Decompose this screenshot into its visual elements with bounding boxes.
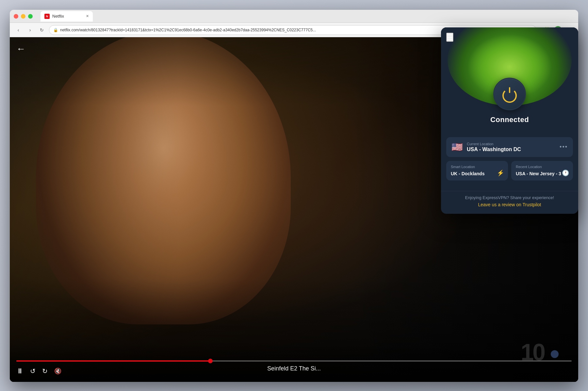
- volume-button[interactable]: 🔇: [54, 368, 61, 375]
- vpn-body: 🇺🇸 Current Location USA - Washington DC …: [441, 132, 578, 191]
- recent-location-card[interactable]: Recent Location USA - New Jersey - 3 🕐: [511, 161, 573, 180]
- vpn-status-text: Connected: [490, 116, 529, 124]
- lightning-icon: ⚡: [497, 169, 504, 177]
- play-pause-button[interactable]: ⏸: [16, 367, 24, 375]
- vpn-power-button[interactable]: [493, 78, 526, 110]
- video-title-text: Seinfeld E2 The Si...: [267, 365, 321, 372]
- progress-bar[interactable]: [16, 360, 572, 362]
- netflix-back-button[interactable]: ←: [16, 44, 25, 54]
- tab-close-button[interactable]: ✕: [86, 14, 89, 18]
- back-arrow-icon: ‹: [18, 27, 19, 33]
- vpn-footer: Enjoying ExpressVPN? Share your experien…: [441, 191, 578, 214]
- us-flag-icon: 🇺🇸: [451, 142, 463, 152]
- back-nav-button[interactable]: ‹: [14, 25, 23, 35]
- refresh-icon: ↻: [40, 27, 44, 33]
- refresh-nav-button[interactable]: ↻: [37, 25, 46, 35]
- smart-location-label: Smart Location: [451, 165, 503, 169]
- browser-titlebar: N Netflix ✕: [10, 10, 578, 23]
- close-button[interactable]: [14, 14, 18, 19]
- lock-icon: 🔒: [53, 28, 58, 32]
- minimize-button[interactable]: [21, 14, 25, 19]
- progress-fill: [16, 360, 211, 362]
- maximize-button[interactable]: [28, 14, 33, 19]
- forward-arrow-icon: ›: [29, 27, 31, 33]
- vpn-footer-text: Enjoying ExpressVPN? Share your experien…: [446, 195, 573, 200]
- browser-tab-netflix[interactable]: N Netflix ✕: [41, 11, 93, 22]
- more-options-icon[interactable]: •••: [560, 144, 568, 150]
- current-location-info: Current Location USA - Washington DC: [467, 142, 556, 152]
- quick-locations-row: Smart Location UK - Docklands ⚡ Recent L…: [446, 161, 573, 180]
- vpn-menu-button[interactable]: ☰: [446, 33, 453, 42]
- watermark-circle: [551, 350, 559, 358]
- netflix-favicon: N: [44, 14, 50, 19]
- recent-location-name: USA - New Jersey - 3: [516, 171, 568, 177]
- recent-location-label: Recent Location: [516, 165, 568, 169]
- current-location-label: Current Location: [467, 142, 556, 146]
- current-location-card[interactable]: 🇺🇸 Current Location USA - Washington DC …: [446, 137, 573, 157]
- hamburger-icon: ☰: [447, 34, 453, 41]
- rewind-button[interactable]: ↺: [30, 367, 36, 375]
- smart-location-name: UK - Docklands: [451, 171, 503, 177]
- current-location-name: USA - Washington DC: [467, 147, 556, 152]
- watermark-text: 10: [521, 339, 544, 365]
- watermark: 10: [521, 339, 559, 366]
- video-controls-bar: ⏸ ↺ ↻ 🔇: [10, 343, 578, 382]
- power-icon: [501, 86, 518, 102]
- back-arrow-icon: ←: [16, 44, 25, 54]
- expressvpn-panel: ☰ Connected 🇺🇸 Current Location USA - Wa…: [441, 27, 578, 214]
- fast-forward-button[interactable]: ↻: [42, 367, 48, 375]
- progress-thumb[interactable]: [208, 359, 213, 363]
- clock-icon: 🕐: [562, 169, 569, 177]
- trustpilot-link[interactable]: Leave us a review on Trustpilot: [446, 202, 573, 207]
- video-title-overlay: Seinfeld E2 The Si...: [267, 365, 321, 372]
- vpn-header: ☰ Connected: [441, 27, 578, 132]
- forward-nav-button[interactable]: ›: [25, 25, 35, 35]
- smart-location-card[interactable]: Smart Location UK - Docklands ⚡: [446, 161, 508, 180]
- tab-label: Netflix: [52, 14, 64, 19]
